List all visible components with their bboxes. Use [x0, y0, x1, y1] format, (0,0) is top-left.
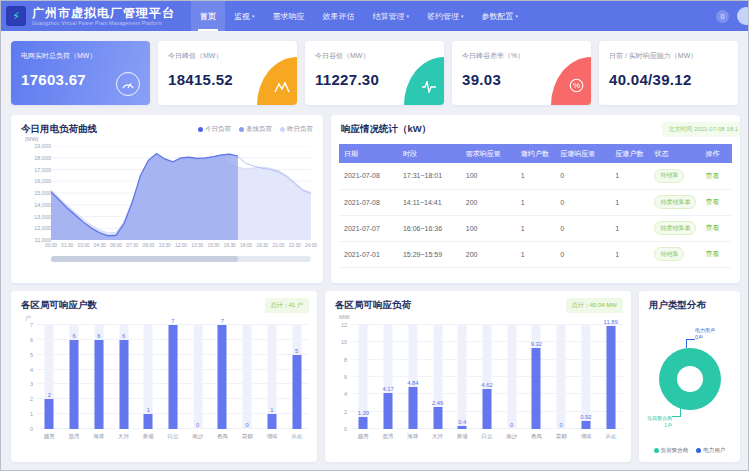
bar-value-label: 2: [48, 392, 51, 398]
nav-item[interactable]: 参数配置▾: [473, 1, 528, 31]
legend-label: 基线负荷: [246, 125, 272, 134]
table-cell: 2021-07-08: [339, 189, 398, 215]
kpi-label: 今日峰谷差率（%）: [462, 51, 581, 61]
bar[interactable]: [45, 399, 54, 429]
bar-slot: 6: [62, 325, 87, 429]
bar[interactable]: [581, 421, 590, 429]
bar-slot: 0: [499, 325, 524, 429]
x-tick-label: 04:30: [94, 243, 106, 248]
nav-item[interactable]: 签约管理▾: [418, 1, 473, 31]
x-axis-label: 天河: [111, 433, 136, 440]
legend-item[interactable]: 昨日负荷: [280, 125, 313, 134]
x-axis-label: 天河: [425, 433, 450, 440]
x-axis-label: 黄埔: [450, 433, 475, 440]
bar[interactable]: [433, 407, 442, 429]
panel-title: 用户类型分布: [649, 299, 706, 312]
status-badge: 待发结算单: [654, 195, 696, 209]
nav-item[interactable]: 需求响应: [264, 1, 314, 31]
y-tick-label: 4: [331, 391, 347, 397]
bar[interactable]: [292, 355, 301, 429]
view-link[interactable]: 查看: [706, 198, 720, 205]
column-header: 邀约户数: [516, 144, 555, 163]
x-axis-label: 白云: [475, 433, 500, 440]
status-badge: 待发结算单: [654, 221, 696, 235]
kpi-label: 今日谷值（MW）: [315, 51, 434, 61]
table-cell: 16:06~16:36: [398, 215, 461, 241]
pulse-icon: [404, 57, 444, 105]
status-cell: 待结算: [649, 241, 700, 267]
legend-dot: [239, 127, 244, 132]
panel-title: 各区局可响应户数: [21, 299, 97, 312]
y-tick-label: 1: [17, 411, 33, 417]
app-title: 广州市虚拟电厂管理平台: [32, 7, 175, 19]
x-axis-label: 越秀: [351, 433, 376, 440]
bar-value-label: 9.32: [531, 341, 542, 347]
bar[interactable]: [168, 325, 177, 429]
callout-aggregator: 负荷聚合商 1户: [647, 415, 672, 429]
y-tick-label: 2: [17, 396, 33, 402]
kpi-label: 日前 / 实时响应能力（MW）: [609, 51, 728, 61]
x-axis-label: 番禺: [524, 433, 549, 440]
table-cell: 100: [461, 163, 516, 189]
kpi-card-today-peak: 今日峰值（MW） 18415.52: [158, 41, 297, 105]
message-count-badge[interactable]: 0: [716, 10, 729, 23]
bar[interactable]: [94, 340, 103, 429]
view-link[interactable]: 查看: [706, 172, 720, 179]
bar[interactable]: [70, 340, 79, 429]
x-axis-labels: 越秀荔湾海珠天河黄埔白云南沙番禺花都增城从化: [37, 433, 309, 440]
x-tick-label: 24:00: [305, 243, 317, 248]
bar[interactable]: [482, 389, 491, 429]
nav-item[interactable]: 效果评估: [314, 1, 364, 31]
nav-item[interactable]: 结算管理▾: [364, 1, 419, 31]
nav-item[interactable]: 首页: [191, 1, 225, 31]
bar[interactable]: [359, 417, 368, 429]
bar-slot: 0.4: [450, 325, 475, 429]
table-cell: 1: [610, 215, 649, 241]
x-axis-labels: 00:0001:3003:0004:3006:0007:3009:0010:30…: [51, 243, 311, 251]
data-zoom-handle[interactable]: [51, 256, 238, 262]
x-axis-label: 增城: [574, 433, 599, 440]
x-axis-label: 花都: [235, 433, 260, 440]
bar-slot: 6: [86, 325, 111, 429]
panel-title: 今日用电负荷曲线: [21, 123, 97, 136]
panel-title: 响应情况统计（kW）: [341, 123, 431, 136]
data-zoom-slider[interactable]: [51, 256, 311, 262]
bar[interactable]: [408, 387, 417, 429]
status-badge: 待结算: [654, 169, 684, 183]
action-cell: 查看: [701, 163, 732, 189]
legend-item[interactable]: 今日负荷: [198, 125, 231, 134]
y-tick-label: 0: [331, 426, 347, 432]
table-cell: 17:31~18:01: [398, 163, 461, 189]
bar[interactable]: [119, 340, 128, 429]
bar[interactable]: [458, 426, 467, 429]
bar[interactable]: [532, 348, 541, 429]
bar[interactable]: [218, 325, 227, 429]
user-type-donut-chart[interactable]: [659, 348, 721, 410]
bar[interactable]: [144, 414, 153, 429]
legend-label: 今日负荷: [205, 125, 231, 134]
kpi-value: 40.04/39.12: [609, 71, 728, 88]
view-link[interactable]: 查看: [706, 250, 720, 257]
user-avatar[interactable]: [737, 7, 749, 25]
legend-item[interactable]: 负荷聚合商: [654, 447, 689, 454]
header-right: 0: [716, 7, 748, 25]
bar[interactable]: [606, 326, 615, 429]
bar-value-label: 1: [147, 407, 150, 413]
bar-slot: 7: [161, 325, 186, 429]
legend-dot: [198, 127, 203, 132]
table-row: 2021-07-0115:29~15:59200101待结算查看: [339, 241, 732, 267]
bar-background: [458, 325, 467, 429]
bar[interactable]: [267, 414, 276, 429]
legend-item[interactable]: 电力用户: [696, 447, 725, 454]
bar-slot: 4.84: [400, 325, 425, 429]
legend-label: 负荷聚合商: [661, 447, 689, 454]
view-link[interactable]: 查看: [706, 224, 720, 231]
table-row: 2021-07-0814:11~14:41200101待发结算单查看: [339, 189, 732, 215]
bar-slot: 2: [37, 325, 62, 429]
y-tick-label: 14,000: [25, 202, 51, 208]
nav-item[interactable]: 监视▾: [225, 1, 264, 31]
x-tick-label: 21:00: [272, 243, 284, 248]
bar[interactable]: [384, 393, 393, 429]
legend-item[interactable]: 基线负荷: [239, 125, 272, 134]
x-tick-label: 15:00: [207, 243, 219, 248]
